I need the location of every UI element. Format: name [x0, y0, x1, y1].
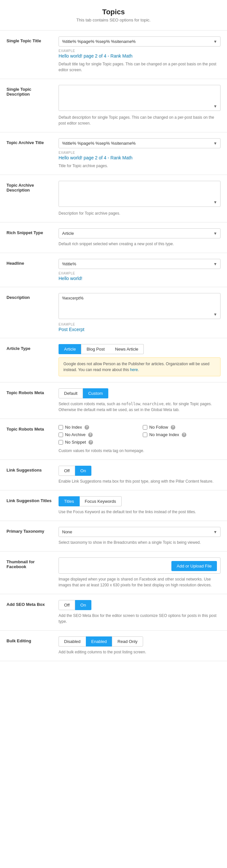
primary-taxonomy-wrapper: None ▼ [59, 527, 221, 537]
headline-example-link[interactable]: Hello world! [59, 276, 221, 281]
robots-meta-checkboxes-help: Custom values for robots meta tag on hom… [59, 448, 221, 454]
no-image-index-checkbox[interactable] [143, 433, 147, 437]
link-suggestion-titles-toggle: Titles Focus Keywords [59, 496, 221, 506]
bulk-editing-readonly-button[interactable]: Read Only [112, 637, 143, 647]
no-snippet-item: No Snippet ? [59, 440, 136, 444]
settings-table: Single Topic Title ▼ EXAMPLE Hello world… [0, 30, 227, 661]
topic-robots-meta-checkboxes-content: No Index ? No Follow ? No Archive ? [59, 425, 221, 454]
link-suggestion-titles-help: Use the Focus Keyword as the default tex… [59, 509, 221, 515]
no-follow-label: No Follow [149, 425, 168, 430]
add-seo-meta-box-toggle: Off On [59, 600, 221, 610]
description-wrapper: %excerpt% ▼ [59, 293, 221, 320]
no-follow-help-icon[interactable]: ? [171, 425, 175, 430]
page-wrapper: Topics This tab contains SEO options for… [0, 0, 227, 661]
primary-taxonomy-row: Primary Taxonomy None ▼ Select taxonomy … [0, 521, 227, 552]
primary-taxonomy-help: Select taxonomy to show in the Breadcrum… [59, 539, 221, 546]
article-type-article-button[interactable]: Article [59, 344, 81, 354]
no-image-index-help-icon[interactable]: ? [182, 433, 186, 437]
topic-archive-title-example-label: EXAMPLE [59, 151, 221, 154]
bulk-editing-disabled-button[interactable]: Disabled [59, 637, 86, 647]
article-type-row: Article Type Article Blog Post News Arti… [0, 338, 227, 382]
rich-snippet-type-select[interactable]: Article Blog Post News Article [59, 228, 221, 238]
add-seo-meta-box-content: Off On Add the SEO Meta Box for the edit… [59, 600, 221, 624]
page-subtitle: This tab contains SEO options for topic. [0, 18, 227, 23]
topic-robots-meta-checkboxes-label: Topic Robots Meta [6, 425, 59, 432]
no-index-label: No Index [65, 425, 82, 430]
topic-robots-meta-checkboxes-row: Topic Robots Meta No Index ? No Follow ? [0, 419, 227, 460]
no-archive-checkbox[interactable] [59, 433, 63, 437]
article-type-blogpost-button[interactable]: Blog Post [81, 344, 110, 354]
link-suggestions-label: Link Suggestions [6, 466, 59, 472]
topic-archive-description-textarea[interactable] [59, 181, 221, 207]
robots-meta-checkboxes-grid: No Index ? No Follow ? No Archive ? [59, 425, 221, 444]
topic-robots-meta-content: Default Custom Select custom robots meta… [59, 388, 221, 413]
single-topic-title-label: Single Topic Title [6, 36, 59, 43]
article-type-buttons: Article Blog Post News Article [59, 344, 221, 354]
link-suggestions-on-button[interactable]: On [75, 466, 91, 476]
single-topic-title-example-label: EXAMPLE [59, 49, 221, 53]
single-topic-title-row: Single Topic Title ▼ EXAMPLE Hello world… [0, 31, 227, 79]
primary-taxonomy-label: Primary Taxonomy [6, 527, 59, 534]
article-type-newsarticle-button[interactable]: News Article [110, 344, 144, 354]
link-suggestion-titles-focus-button[interactable]: Focus Keywords [80, 496, 122, 506]
topic-archive-description-help: Description for Topic archive pages. [59, 210, 221, 216]
rich-snippet-type-wrapper: Article Blog Post News Article ▼ [59, 228, 221, 238]
link-suggestion-titles-titles-button[interactable]: Titles [59, 496, 80, 506]
single-topic-description-textarea[interactable] [59, 85, 221, 111]
thumbnail-facebook-content: Add or Upload File Image displayed when … [59, 557, 221, 588]
topic-archive-title-example-link[interactable]: Hello world! page 2 of 4 - Rank Math [59, 155, 221, 160]
topic-robots-meta-help: Select custom robots meta, such as nofol… [59, 401, 221, 413]
no-snippet-help-icon[interactable]: ? [89, 440, 93, 444]
no-index-checkbox[interactable] [59, 425, 63, 430]
topic-robots-meta-label: Topic Robots Meta [6, 388, 59, 395]
no-snippet-checkbox[interactable] [59, 440, 63, 444]
topic-archive-title-row: Topic Archive Title ▼ EXAMPLE Hello worl… [0, 132, 227, 175]
page-title: Topics [0, 8, 227, 16]
topic-archive-title-label: Topic Archive Title [6, 138, 59, 145]
add-seo-meta-box-label: Add SEO Meta Box [6, 600, 59, 607]
topic-archive-description-label: Topic Archive Description [6, 181, 59, 192]
article-type-notice-link[interactable]: here [130, 368, 138, 372]
single-topic-title-example-link[interactable]: Hello world! page 2 of 4 - Rank Math [59, 53, 221, 59]
bulk-editing-toggle: Disabled Enabled Read Only [59, 637, 221, 647]
primary-taxonomy-select[interactable]: None [59, 527, 221, 537]
add-seo-meta-box-off-button[interactable]: Off [59, 600, 75, 610]
no-index-help-icon[interactable]: ? [85, 425, 89, 430]
topic-archive-title-help: Title for Topic archive pages. [59, 163, 221, 169]
no-image-index-item: No Image Index ? [143, 432, 221, 437]
headline-label: Headline [6, 259, 59, 266]
topic-archive-title-input[interactable] [59, 138, 221, 148]
page-header: Topics This tab contains SEO options for… [0, 0, 227, 25]
add-seo-meta-box-on-button[interactable]: On [75, 600, 91, 610]
thumbnail-facebook-row: Thumbnail for Facebook Add or Upload Fil… [0, 552, 227, 594]
thumbnail-facebook-upload-button[interactable]: Add or Upload File [171, 561, 217, 571]
link-suggestions-row: Link Suggestions Off On Enable Link Sugg… [0, 460, 227, 490]
primary-taxonomy-content: None ▼ Select taxonomy to show in the Br… [59, 527, 221, 546]
topic-robots-meta-default-button[interactable]: Default [59, 388, 83, 398]
no-archive-help-icon[interactable]: ? [88, 433, 93, 437]
link-suggestions-off-button[interactable]: Off [59, 466, 75, 476]
single-topic-title-input[interactable] [59, 36, 221, 46]
bulk-editing-label: Bulk Editing [6, 637, 59, 643]
description-textarea[interactable]: %excerpt% [59, 293, 221, 319]
description-label: Description [6, 293, 59, 300]
topic-archive-description-content: ▼ Description for Topic archive pages. [59, 181, 221, 216]
rich-snippet-type-help: Default rich snippet selected when creat… [59, 241, 221, 247]
no-follow-checkbox[interactable] [143, 425, 147, 430]
topic-archive-title-input-wrapper: ▼ [59, 138, 221, 148]
no-image-index-label: No Image Index [149, 432, 179, 437]
rich-snippet-type-row: Rich Snippet Type Article Blog Post News… [0, 222, 227, 253]
bulk-editing-enabled-button[interactable]: Enabled [86, 637, 112, 647]
rich-snippet-type-content: Article Blog Post News Article ▼ Default… [59, 228, 221, 247]
article-type-notice: Google does not allow Person as the Publ… [59, 358, 221, 376]
headline-input[interactable] [59, 259, 221, 269]
article-type-label: Article Type [6, 344, 59, 351]
link-suggestions-content: Off On Enable Link Suggestions meta box … [59, 466, 221, 484]
topic-robots-meta-custom-button[interactable]: Custom [83, 388, 108, 398]
description-example-link[interactable]: Post Excerpt [59, 327, 221, 332]
article-type-content: Article Blog Post News Article Google do… [59, 344, 221, 376]
link-suggestion-titles-label: Link Suggestion Titles [6, 496, 59, 503]
bulk-editing-content: Disabled Enabled Read Only Add bulk edit… [59, 637, 221, 655]
topic-robots-meta-row: Topic Robots Meta Default Custom Select … [0, 382, 227, 419]
link-suggestions-toggle: Off On [59, 466, 221, 476]
